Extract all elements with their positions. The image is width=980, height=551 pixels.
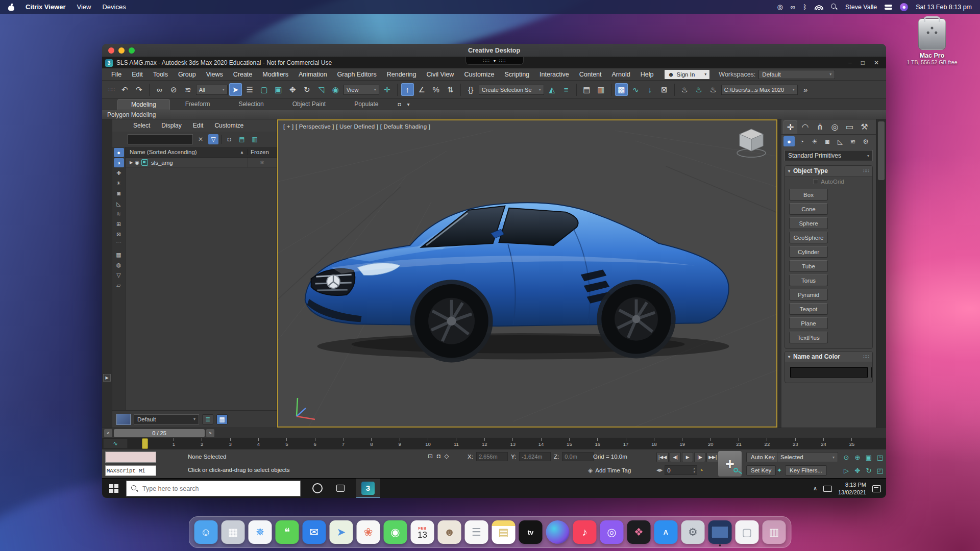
display-cameras-icon[interactable]: ◙: [114, 189, 124, 198]
display-geometry-icon[interactable]: ◑: [114, 158, 124, 167]
dark-app-icon[interactable]: ❖: [627, 520, 651, 544]
maxscript-mini-listener[interactable]: MAXScript Mi: [105, 465, 156, 476]
display-lights-icon[interactable]: ☀: [114, 179, 124, 188]
pyramid-button[interactable]: Pyramid: [789, 289, 828, 300]
task-view-icon[interactable]: [334, 483, 347, 494]
select-and-rotate-icon[interactable]: ↻: [301, 83, 313, 96]
taskbar-3dsmax-button[interactable]: 3: [356, 479, 380, 498]
display-groups-icon[interactable]: ⊞: [114, 219, 124, 229]
spinner-snap-toggle-icon[interactable]: ⇅: [444, 83, 457, 96]
set-key-button[interactable]: Set Key: [746, 465, 776, 475]
selection-filter-dropdown[interactable]: All▾: [196, 85, 228, 95]
tv-icon[interactable]: tv: [519, 520, 543, 544]
go-to-start-icon[interactable]: |◀◀: [656, 452, 669, 462]
user-avatar[interactable]: ☻: [900, 3, 908, 11]
siri-icon[interactable]: [546, 520, 570, 544]
project-folder-dropdown[interactable]: C:\Users\s...s Max 2020▾: [721, 85, 798, 95]
menu-customize[interactable]: Customize: [209, 121, 249, 130]
object-color-swatch[interactable]: [871, 367, 872, 378]
maps-icon[interactable]: ➤: [330, 520, 353, 544]
active-app-name[interactable]: Citrix Viewer: [26, 3, 66, 11]
cortana-icon[interactable]: [312, 483, 323, 493]
motion-tab-icon[interactable]: ◎: [828, 120, 842, 134]
render-setup-icon[interactable]: ↓: [644, 83, 656, 96]
clear-search-icon[interactable]: ✕: [195, 134, 206, 144]
rectangular-selection-region-icon[interactable]: ▢: [258, 83, 271, 96]
next-frame-button[interactable]: >: [206, 429, 214, 437]
zoom-extents-icon[interactable]: ▣: [864, 452, 874, 462]
menu-select[interactable]: Select: [128, 121, 156, 130]
menu-views[interactable]: Views: [201, 69, 228, 80]
minimize-traffic-light[interactable]: [118, 47, 125, 54]
folder-icon[interactable]: ▱: [114, 281, 124, 290]
minimize-button[interactable]: –: [848, 59, 852, 66]
frozen-column-header[interactable]: Frozen: [247, 149, 277, 155]
tube-button[interactable]: Tube: [789, 260, 828, 272]
transform-type-in-icon[interactable]: ◇: [445, 453, 449, 460]
box-button[interactable]: Box: [789, 189, 828, 201]
auto-key-button[interactable]: Auto Key: [746, 452, 779, 462]
system-preferences-icon[interactable]: ⚙: [681, 520, 705, 544]
toggle-layer-explorer-icon[interactable]: ▥: [595, 83, 607, 96]
window-crossing-icon[interactable]: ▣: [272, 83, 285, 96]
geosphere-button[interactable]: GeoSphere: [789, 232, 828, 243]
toolbar-overflow-icon[interactable]: »: [799, 83, 812, 96]
open-mini-curve-editor-icon[interactable]: ∿: [103, 439, 128, 448]
reference-coordinate-system-dropdown[interactable]: View▾: [344, 85, 379, 95]
hierarchy-tab-icon[interactable]: ⋔: [813, 120, 827, 134]
menu-animation[interactable]: Animation: [293, 69, 332, 80]
mail-icon[interactable]: ✉: [303, 520, 326, 544]
render-production-icon[interactable]: ♨: [678, 83, 691, 96]
key-filters-button[interactable]: Key Filters...: [785, 465, 827, 475]
music-icon[interactable]: ♪: [573, 520, 597, 544]
citrix-status-icon[interactable]: ◎: [777, 4, 782, 10]
citrix-titlebar[interactable]: Creative Desktop: [102, 44, 886, 57]
select-by-name-icon[interactable]: ☰: [243, 83, 256, 96]
apple-menu-icon[interactable]: [8, 4, 14, 11]
menu-edit[interactable]: Edit: [127, 69, 148, 80]
ribbon-minimize-icon[interactable]: ▾: [407, 102, 410, 107]
finder-icon[interactable]: ☺: [194, 520, 218, 544]
display-xrefs-icon[interactable]: ⊠: [114, 230, 124, 239]
isolate-selection-icon[interactable]: ⊡: [428, 453, 433, 460]
ribbon-panel-title[interactable]: Polygon Modeling: [102, 110, 886, 119]
display-all-icon[interactable]: ●: [114, 148, 124, 157]
zoom-traffic-light[interactable]: [129, 47, 135, 54]
autogrid-checkbox[interactable]: [813, 179, 818, 184]
display-spacewarps-icon[interactable]: ≋: [114, 209, 124, 218]
expand-icon[interactable]: ▶: [130, 160, 133, 165]
primitive-category-dropdown[interactable]: Standard Primitives ▾: [785, 150, 873, 161]
y-coordinate-field[interactable]: -1.624m: [519, 452, 551, 461]
documents-icon[interactable]: ▢: [736, 520, 759, 544]
menu-content[interactable]: Content: [574, 69, 607, 80]
shapes-category-icon[interactable]: ◔: [796, 136, 807, 146]
menubar-username[interactable]: Steve Valle: [845, 4, 877, 11]
app-store-icon[interactable]: A: [654, 520, 678, 544]
play-icon[interactable]: ▶: [682, 452, 693, 462]
perspective-viewport[interactable]: [ + ] [ Perspective ] [ User Defined ] […: [277, 119, 777, 428]
menu-help[interactable]: Help: [635, 69, 659, 80]
notes-icon[interactable]: ▤: [492, 520, 516, 544]
helpers-category-icon[interactable]: ◺: [835, 136, 846, 146]
active-layer-dropdown[interactable]: Default ▾: [134, 414, 199, 424]
previous-frame-button[interactable]: <: [104, 429, 112, 437]
restore-button[interactable]: □: [861, 59, 865, 66]
lock-cells-icon[interactable]: ◘: [224, 134, 234, 144]
workspace-dropdown[interactable]: Default ▾: [758, 70, 835, 79]
bluetooth-icon[interactable]: ᛒ: [803, 4, 807, 10]
go-to-end-icon[interactable]: ▶▶|: [706, 452, 719, 462]
menu-rendering[interactable]: Rendering: [382, 69, 422, 80]
sphere-button[interactable]: Sphere: [789, 217, 828, 229]
display-shapes-icon[interactable]: ✚: [114, 168, 124, 178]
podcasts-icon[interactable]: ◎: [600, 520, 624, 544]
playhead[interactable]: [142, 438, 148, 449]
object-type-rollout-header[interactable]: ▾ Object Type ∷∷: [785, 166, 872, 177]
trash-icon[interactable]: ▥: [763, 520, 786, 544]
x-coordinate-field[interactable]: 2.656m: [476, 452, 508, 461]
menu-customize[interactable]: Customize: [459, 69, 499, 80]
sort-layers-icon[interactable]: ▥: [250, 134, 260, 144]
car-model[interactable]: [291, 148, 755, 365]
time-slider-handle[interactable]: 0 / 25: [114, 429, 205, 437]
start-button[interactable]: [102, 479, 126, 498]
frozen-toggle-icon[interactable]: ❄: [247, 158, 277, 167]
